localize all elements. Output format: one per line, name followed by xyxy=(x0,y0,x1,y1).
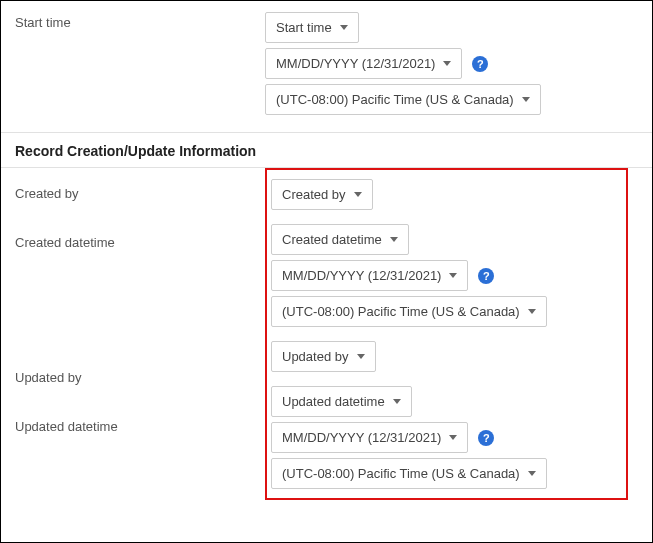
updated-by-label: Updated by xyxy=(15,250,265,385)
chevron-down-icon xyxy=(449,273,457,278)
start-time-field-select[interactable]: Start time xyxy=(265,12,359,43)
chevron-down-icon xyxy=(528,471,536,476)
start-time-dateformat-text: MM/DD/YYYY (12/31/2021) xyxy=(276,56,435,71)
chevron-down-icon xyxy=(522,97,530,102)
chevron-down-icon xyxy=(340,25,348,30)
section-title: Record Creation/Update Information xyxy=(15,143,256,159)
start-time-field-select-text: Start time xyxy=(276,20,332,35)
created-datetime-label: Created datetime xyxy=(15,201,265,250)
chevron-down-icon xyxy=(393,399,401,404)
created-datetime-timezone-select[interactable]: (UTC-08:00) Pacific Time (US & Canada) xyxy=(271,296,547,327)
created-datetime-field-select[interactable]: Created datetime xyxy=(271,224,409,255)
updated-datetime-field-text: Updated datetime xyxy=(282,394,385,409)
updated-datetime-dateformat-select[interactable]: MM/DD/YYYY (12/31/2021) xyxy=(271,422,468,453)
updated-by-select[interactable]: Updated by xyxy=(271,341,376,372)
start-time-controls: Start time MM/DD/YYYY (12/31/2021) ? (UT… xyxy=(265,5,638,122)
chevron-down-icon xyxy=(528,309,536,314)
start-time-label: Start time xyxy=(15,5,265,122)
record-labels-col: Created by Created datetime Updated by U… xyxy=(15,168,265,500)
help-icon[interactable]: ? xyxy=(478,268,494,284)
created-by-select[interactable]: Created by xyxy=(271,179,373,210)
chevron-down-icon xyxy=(354,192,362,197)
record-controls-highlight: Created by Created datetime MM/DD/YYYY (… xyxy=(265,168,628,500)
updated-by-select-text: Updated by xyxy=(282,349,349,364)
chevron-down-icon xyxy=(449,435,457,440)
created-by-select-text: Created by xyxy=(282,187,346,202)
chevron-down-icon xyxy=(443,61,451,66)
created-datetime-field-text: Created datetime xyxy=(282,232,382,247)
created-datetime-dateformat-select[interactable]: MM/DD/YYYY (12/31/2021) xyxy=(271,260,468,291)
help-icon[interactable]: ? xyxy=(478,430,494,446)
chevron-down-icon xyxy=(390,237,398,242)
start-time-timezone-text: (UTC-08:00) Pacific Time (US & Canada) xyxy=(276,92,514,107)
record-info-block: Created by Created datetime Updated by U… xyxy=(1,168,652,500)
updated-datetime-field-select[interactable]: Updated datetime xyxy=(271,386,412,417)
created-datetime-timezone-text: (UTC-08:00) Pacific Time (US & Canada) xyxy=(282,304,520,319)
start-time-dateformat-select[interactable]: MM/DD/YYYY (12/31/2021) xyxy=(265,48,462,79)
help-icon[interactable]: ? xyxy=(472,56,488,72)
created-by-label: Created by xyxy=(15,168,265,201)
created-datetime-dateformat-text: MM/DD/YYYY (12/31/2021) xyxy=(282,268,441,283)
start-time-timezone-select[interactable]: (UTC-08:00) Pacific Time (US & Canada) xyxy=(265,84,541,115)
section-header: Record Creation/Update Information xyxy=(1,132,652,168)
updated-datetime-label: Updated datetime xyxy=(15,385,265,434)
chevron-down-icon xyxy=(357,354,365,359)
row-start-time: Start time Start time MM/DD/YYYY (12/31/… xyxy=(1,1,652,124)
updated-datetime-timezone-text: (UTC-08:00) Pacific Time (US & Canada) xyxy=(282,466,520,481)
updated-datetime-dateformat-text: MM/DD/YYYY (12/31/2021) xyxy=(282,430,441,445)
updated-datetime-timezone-select[interactable]: (UTC-08:00) Pacific Time (US & Canada) xyxy=(271,458,547,489)
